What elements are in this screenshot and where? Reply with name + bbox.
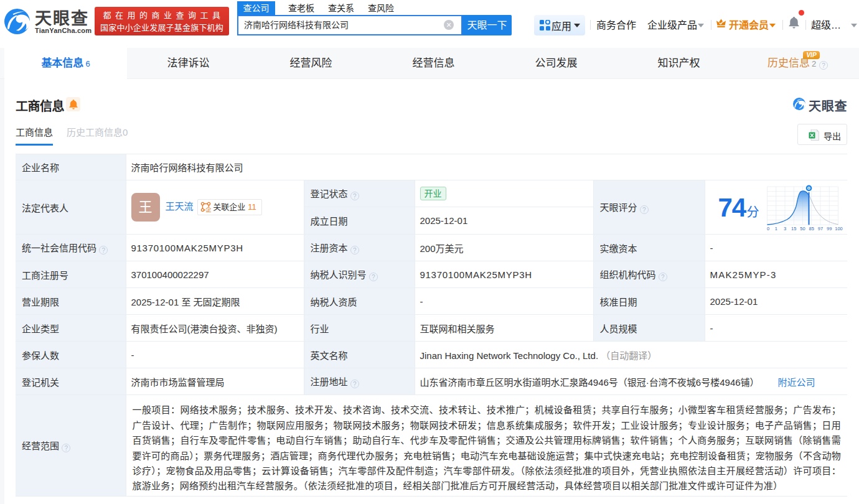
svg-text:97: 97 [817, 226, 822, 231]
svg-text:99: 99 [827, 226, 832, 231]
svg-text:3: 3 [783, 226, 786, 231]
svg-text:1: 1 [774, 226, 777, 231]
svg-text:50: 50 [800, 226, 805, 231]
svg-text:100: 100 [835, 226, 843, 231]
svg-text:85: 85 [809, 226, 814, 231]
svg-text:15: 15 [791, 226, 796, 231]
svg-text:企: 企 [205, 206, 211, 212]
svg-text:0: 0 [766, 226, 769, 231]
